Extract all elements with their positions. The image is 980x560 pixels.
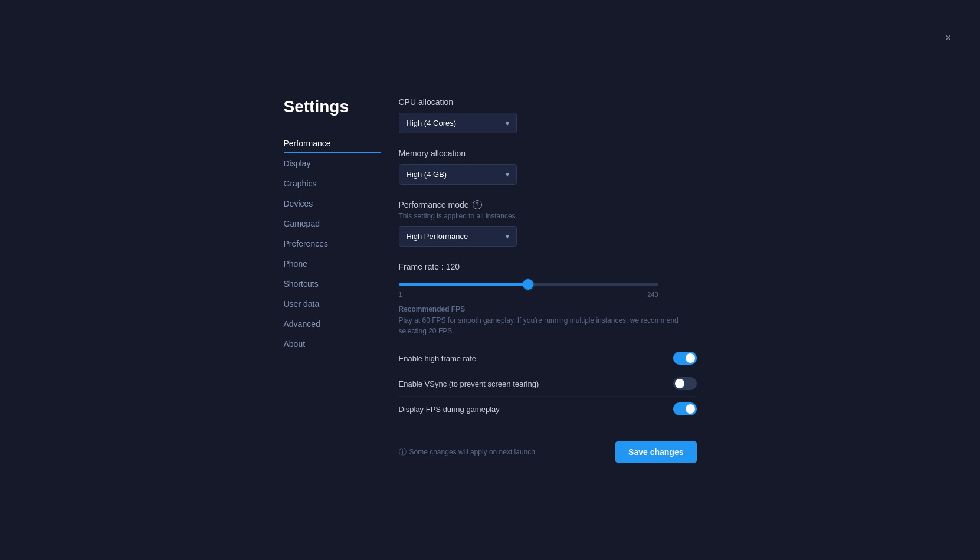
memory-allocation-section: Memory allocation Low (1 GB)Medium (2 GB… (399, 149, 697, 185)
close-button[interactable]: × (940, 30, 956, 46)
toggle-row-display-fps: Display FPS during gameplay (399, 397, 697, 421)
performance-mode-section: Performance mode ? This setting is appli… (399, 200, 697, 247)
toggles-section: Enable high frame rateEnable VSync (to p… (399, 346, 697, 421)
sidebar-item-graphics[interactable]: Graphics (284, 174, 381, 193)
frame-rate-slider[interactable] (399, 283, 658, 286)
settings-content: CPU allocation Low (1 Core)Medium (2 Cor… (381, 97, 697, 463)
slider-min-label: 1 (399, 291, 402, 298)
toggle-display-fps[interactable] (673, 402, 697, 415)
frame-rate-section: Frame rate : 120 1 240 (399, 262, 697, 298)
frame-rate-label: Frame rate : 120 (399, 262, 697, 271)
page-title: Settings (284, 97, 381, 116)
help-icon[interactable]: ? (473, 200, 482, 209)
fps-info: Recommended FPS Play at 60 FPS for smoot… (399, 305, 697, 336)
sidebar-item-devices[interactable]: Devices (284, 194, 381, 213)
performance-mode-wrapper: BalancedHigh PerformancePower Saver ▼ (399, 226, 517, 247)
sidebar: Settings PerformanceDisplayGraphicsDevic… (284, 97, 381, 463)
toggle-label-high-frame-rate: Enable high frame rate (399, 354, 477, 363)
performance-mode-label-row: Performance mode ? (399, 200, 697, 209)
frame-rate-slider-container: 1 240 (399, 277, 697, 298)
slider-max-label: 240 (647, 291, 658, 298)
performance-mode-note: This setting is applied to all instances… (399, 212, 697, 220)
footer: ⓘ Some changes will apply on next launch… (399, 435, 697, 463)
cpu-allocation-select[interactable]: Low (1 Core)Medium (2 Cores)High (4 Core… (399, 113, 517, 133)
performance-mode-label: Performance mode (399, 200, 469, 209)
sidebar-item-about[interactable]: About (284, 335, 381, 353)
sidebar-item-shortcuts[interactable]: Shortcuts (284, 274, 381, 293)
toggle-row-vsync: Enable VSync (to prevent screen tearing) (399, 371, 697, 397)
cpu-allocation-label: CPU allocation (399, 97, 697, 107)
footer-note-text: Some changes will apply on next launch (409, 448, 535, 456)
sidebar-item-phone[interactable]: Phone (284, 254, 381, 273)
sidebar-item-display[interactable]: Display (284, 154, 381, 173)
sidebar-item-gamepad[interactable]: Gamepad (284, 214, 381, 233)
close-icon: × (945, 32, 952, 44)
memory-allocation-select[interactable]: Low (1 GB)Medium (2 GB)High (4 GB)Ultra … (399, 164, 517, 185)
memory-allocation-label: Memory allocation (399, 149, 697, 158)
sidebar-nav: PerformanceDisplayGraphicsDevicesGamepad… (284, 134, 381, 353)
save-changes-button[interactable]: Save changes (615, 441, 696, 463)
sidebar-item-preferences[interactable]: Preferences (284, 234, 381, 253)
fps-info-title: Recommended FPS (399, 305, 697, 313)
toggle-row-high-frame-rate: Enable high frame rate (399, 346, 697, 371)
cpu-allocation-section: CPU allocation Low (1 Core)Medium (2 Cor… (399, 97, 697, 133)
performance-mode-select[interactable]: BalancedHigh PerformancePower Saver (399, 226, 517, 247)
toggle-high-frame-rate[interactable] (673, 352, 697, 365)
toggle-label-display-fps: Display FPS during gameplay (399, 405, 500, 414)
memory-allocation-wrapper: Low (1 GB)Medium (2 GB)High (4 GB)Ultra … (399, 164, 517, 185)
toggle-vsync[interactable] (673, 377, 697, 390)
cpu-allocation-wrapper: Low (1 Core)Medium (2 Cores)High (4 Core… (399, 113, 517, 133)
info-icon: ⓘ (399, 447, 407, 457)
fps-info-text: Play at 60 FPS for smooth gameplay. If y… (399, 315, 697, 336)
toggle-label-vsync: Enable VSync (to prevent screen tearing) (399, 379, 539, 388)
footer-note: ⓘ Some changes will apply on next launch (399, 447, 535, 457)
sidebar-item-user-data[interactable]: User data (284, 294, 381, 313)
sidebar-item-performance[interactable]: Performance (284, 134, 381, 153)
sidebar-item-advanced[interactable]: Advanced (284, 315, 381, 333)
